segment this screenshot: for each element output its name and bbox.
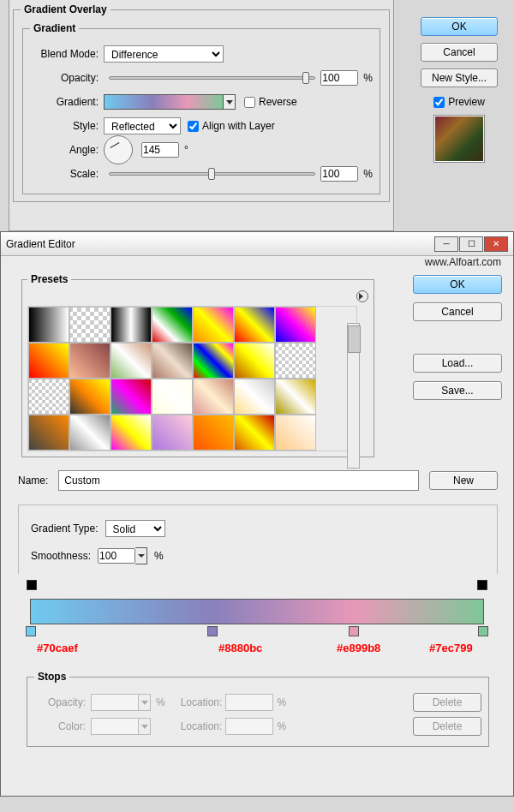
delete-opacity-stop-button: Delete bbox=[413, 693, 481, 712]
preset-swatch[interactable] bbox=[152, 451, 193, 451]
smoothness-input[interactable] bbox=[98, 548, 135, 564]
gradient-dropdown[interactable] bbox=[224, 94, 236, 110]
preset-swatch[interactable] bbox=[69, 343, 111, 379]
opacity-slider[interactable] bbox=[109, 76, 315, 80]
scale-slider[interactable] bbox=[109, 172, 315, 176]
preset-swatch[interactable] bbox=[152, 307, 193, 343]
preset-swatch[interactable] bbox=[111, 451, 152, 451]
preset-swatch[interactable] bbox=[234, 343, 275, 379]
gradient-editor-buttons: OK Cancel Load... Save... bbox=[413, 275, 502, 400]
preset-swatch[interactable] bbox=[193, 379, 234, 415]
angle-degree: ° bbox=[184, 144, 188, 156]
stops-group: Stops Opacity: % Location: % Delete Colo… bbox=[27, 671, 489, 747]
preview-label: Preview bbox=[448, 96, 485, 108]
close-button[interactable]: ✕ bbox=[484, 236, 508, 252]
ok-button[interactable]: OK bbox=[421, 17, 498, 36]
preset-swatch[interactable] bbox=[111, 307, 152, 343]
preset-swatch[interactable] bbox=[234, 415, 275, 451]
preset-swatch[interactable] bbox=[69, 451, 111, 451]
preset-swatch[interactable] bbox=[111, 379, 152, 415]
style-label: Style: bbox=[30, 120, 99, 132]
stop-color-label: Color: bbox=[34, 720, 86, 732]
presets-flyout-icon[interactable] bbox=[356, 290, 368, 302]
preset-swatch[interactable] bbox=[275, 379, 316, 415]
stop-opacity-percent: % bbox=[156, 696, 165, 708]
gradient-editor-titlebar[interactable]: Gradient Editor ─ ☐ ✕ bbox=[1, 232, 513, 256]
new-button[interactable]: New bbox=[429, 471, 498, 490]
preset-swatch[interactable] bbox=[193, 307, 234, 343]
preset-swatch[interactable] bbox=[28, 307, 69, 343]
gradient-overlay-group: Gradient Overlay Gradient Blend Mode: Di… bbox=[13, 3, 390, 202]
preset-swatch[interactable] bbox=[152, 379, 193, 415]
preset-swatch[interactable] bbox=[111, 343, 152, 379]
scale-input[interactable] bbox=[320, 166, 358, 182]
new-style-button[interactable]: New Style... bbox=[421, 69, 498, 87]
maximize-button[interactable]: ☐ bbox=[459, 236, 483, 252]
color-stop-4[interactable] bbox=[477, 626, 489, 636]
preset-swatch[interactable] bbox=[28, 451, 69, 451]
preset-swatch[interactable] bbox=[28, 415, 69, 451]
presets-scrollbar[interactable] bbox=[347, 323, 360, 469]
presets-label: Presets bbox=[27, 273, 71, 285]
preset-swatch[interactable] bbox=[193, 415, 234, 451]
preset-swatch[interactable] bbox=[111, 415, 152, 451]
gradient-inner-group: Gradient Blend Mode: Difference Opacity:… bbox=[22, 22, 380, 194]
opacity-input[interactable] bbox=[320, 70, 358, 86]
blend-mode-select[interactable]: Difference bbox=[104, 45, 224, 63]
preset-grid bbox=[27, 306, 357, 451]
align-checkbox[interactable] bbox=[188, 121, 199, 132]
layer-style-buttons: OK Cancel New Style... Preview bbox=[411, 17, 507, 163]
smoothness-dropdown[interactable] bbox=[135, 547, 147, 564]
stops-label: Stops bbox=[34, 671, 69, 683]
opacity-stop-left[interactable] bbox=[27, 580, 37, 592]
style-select[interactable]: Reflected bbox=[104, 117, 181, 134]
reverse-label: Reverse bbox=[259, 96, 297, 108]
preset-swatch[interactable] bbox=[275, 343, 316, 379]
color-stop-2[interactable] bbox=[206, 626, 218, 636]
layer-style-panel: Gradient Overlay Gradient Blend Mode: Di… bbox=[9, 0, 394, 231]
opacity-label: Opacity: bbox=[30, 72, 99, 84]
gradient-bar[interactable] bbox=[30, 599, 484, 624]
preset-swatch[interactable] bbox=[152, 343, 193, 379]
stop-hex-2: #8880bc bbox=[218, 642, 262, 654]
stop-color-swatch bbox=[91, 718, 139, 735]
preset-swatch[interactable] bbox=[28, 343, 69, 379]
preset-swatch[interactable] bbox=[69, 307, 111, 343]
save-button[interactable]: Save... bbox=[413, 381, 502, 400]
angle-label: Angle: bbox=[30, 144, 99, 156]
ge-ok-button[interactable]: OK bbox=[413, 275, 502, 294]
preset-swatch[interactable] bbox=[69, 415, 111, 451]
gradient-type-select[interactable]: Solid bbox=[105, 520, 165, 537]
preview-checkbox[interactable] bbox=[433, 97, 445, 108]
preset-swatch[interactable] bbox=[152, 415, 193, 451]
gradient-overlay-title: Gradient Overlay bbox=[21, 3, 111, 15]
name-input[interactable] bbox=[58, 470, 419, 491]
angle-input[interactable] bbox=[141, 142, 179, 158]
preset-swatch[interactable] bbox=[193, 343, 234, 379]
preset-swatch[interactable] bbox=[69, 379, 111, 415]
stop-opacity-label: Opacity: bbox=[34, 696, 86, 708]
preset-swatch[interactable] bbox=[234, 379, 275, 415]
stop-hex-4: #7ec799 bbox=[429, 642, 473, 654]
preset-swatch[interactable] bbox=[275, 415, 316, 451]
stop-opacity-input bbox=[91, 694, 139, 711]
preset-swatch[interactable] bbox=[28, 379, 69, 415]
gradient-type-section: Gradient Type: Solid Smoothness: % bbox=[18, 505, 498, 574]
align-label: Align with Layer bbox=[202, 120, 275, 132]
scale-percent: % bbox=[363, 168, 373, 180]
cancel-button[interactable]: Cancel bbox=[421, 43, 498, 62]
reverse-checkbox[interactable] bbox=[244, 97, 255, 108]
opacity-stop-right[interactable] bbox=[477, 580, 487, 592]
watermark: www.Alfoart.com bbox=[425, 256, 501, 268]
minimize-button[interactable]: ─ bbox=[434, 236, 458, 252]
angle-dial[interactable] bbox=[104, 135, 133, 164]
gradient-swatch[interactable] bbox=[104, 94, 224, 110]
preset-swatch[interactable] bbox=[234, 307, 275, 343]
load-button[interactable]: Load... bbox=[413, 354, 502, 373]
preset-swatch[interactable] bbox=[275, 307, 316, 343]
color-stop-1[interactable] bbox=[25, 626, 37, 636]
gradient-inner-title: Gradient bbox=[30, 22, 79, 34]
color-stop-3[interactable] bbox=[348, 626, 360, 636]
ge-cancel-button[interactable]: Cancel bbox=[413, 302, 502, 321]
scale-label: Scale: bbox=[30, 168, 99, 180]
